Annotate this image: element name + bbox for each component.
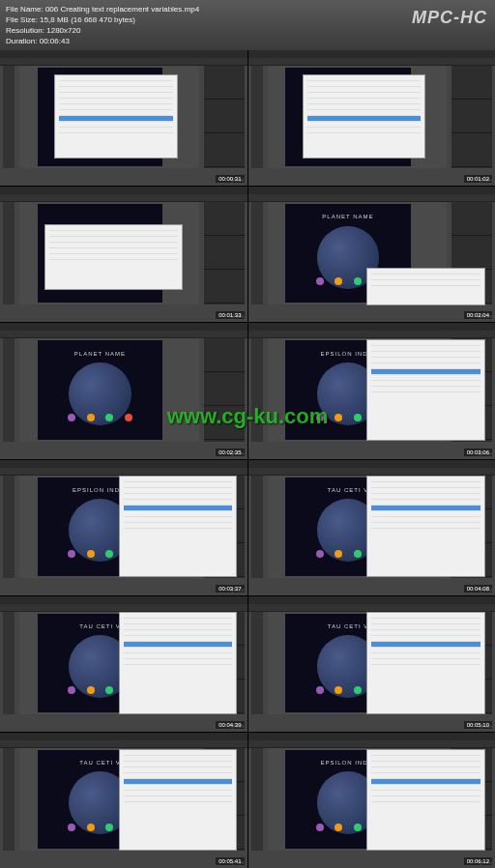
ps-tabbar [248, 604, 496, 612]
photoshop-frame: lynda [0, 187, 248, 322]
photoshop-frame: TAU CETI Vlynda [0, 733, 248, 868]
ps-tools-panel [251, 66, 263, 168]
file-size-line: File Size: 15,8 MB (16 668 470 bytes) [6, 14, 199, 25]
ps-tools-panel [251, 202, 263, 304]
ps-menubar [248, 50, 496, 58]
ps-tools-panel [3, 748, 15, 851]
photoshop-frame: TAU CETI Vlynda [248, 596, 496, 732]
ps-tabbar [0, 468, 248, 476]
ps-menubar [0, 733, 248, 740]
thumbnail-10[interactable]: TAU CETI Vlynda00:05:10 [248, 596, 496, 732]
ps-menubar [0, 460, 248, 468]
ps-menubar [0, 50, 248, 58]
ps-tools-panel [3, 476, 15, 578]
thumbnail-12[interactable]: EPSILON INDI Ilynda00:06:12 [248, 733, 496, 868]
photoshop-frame: TAU CETI Vlynda [0, 596, 248, 732]
dialog-window [366, 339, 485, 441]
dialog-window [119, 749, 238, 851]
thumbnail-grid: lynda00:00:31lynda00:01:02lynda00:01:33P… [0, 50, 495, 868]
dialog-window [366, 612, 485, 713]
photoshop-frame: EPSILON INDI Ilynda [248, 733, 496, 868]
ps-tabbar [248, 58, 496, 66]
ps-canvas: PLANET NAME [19, 338, 199, 441]
thumbnail-9[interactable]: TAU CETI Vlynda00:04:39 [0, 596, 248, 732]
timestamp: 00:03:37 [216, 585, 244, 593]
ps-tabbar [248, 740, 496, 748]
ps-right-panels [451, 66, 492, 168]
timestamp: 00:04:39 [216, 721, 244, 729]
header-bar: File Name: 006 Creating text replacement… [0, 0, 495, 50]
photoshop-frame: lynda [248, 50, 496, 186]
planet-title: PLANET NAME [298, 214, 398, 219]
thumbnail-4[interactable]: PLANET NAMElynda00:02:04 [248, 187, 496, 322]
thumbnail-6[interactable]: EPSILON INDI Ilynda00:03:06 [248, 323, 496, 458]
thumbnail-1[interactable]: lynda00:00:31 [0, 50, 248, 186]
ps-tools-panel [3, 202, 15, 304]
thumbnail-5[interactable]: PLANET NAMElynda00:02:35 [0, 323, 248, 458]
resolution-line: Resolution: 1280x720 [6, 25, 199, 36]
ps-tools-panel [251, 476, 263, 578]
photoshop-frame: EPSILON INDI Ilynda [248, 323, 496, 458]
ps-menubar [0, 323, 248, 331]
timestamp: 00:03:06 [464, 448, 492, 456]
ps-tabbar [0, 58, 248, 66]
planet-title: PLANET NAME [50, 351, 151, 357]
ps-tabbar [0, 194, 248, 202]
timestamp: 00:06:12 [464, 857, 492, 865]
timestamp: 00:02:04 [464, 311, 492, 319]
ps-menubar [248, 733, 496, 740]
thumbnail-8[interactable]: TAU CETI Vlynda00:04:08 [248, 460, 496, 595]
thumbnail-11[interactable]: TAU CETI Vlynda00:05:41 [0, 733, 248, 868]
timestamp: 00:02:35 [216, 448, 244, 456]
dialog-window [119, 476, 238, 577]
ps-tabbar [248, 468, 496, 476]
dialog-window [54, 74, 178, 159]
ps-menubar [248, 460, 496, 468]
file-info: File Name: 006 Creating text replacement… [6, 4, 199, 46]
ps-tools-panel [251, 612, 263, 714]
thumbnail-2[interactable]: lynda00:01:02 [248, 50, 496, 186]
ps-tabbar [0, 740, 248, 748]
color-dots [63, 414, 138, 421]
ps-tools-panel [251, 338, 263, 441]
file-name-line: File Name: 006 Creating text replacement… [6, 4, 199, 14]
ps-tabbar [0, 604, 248, 612]
thumbnail-7[interactable]: EPSILON INDI Ilynda00:03:37 [0, 460, 248, 595]
dialog-window [119, 612, 238, 713]
ps-tools-panel [3, 612, 15, 714]
timestamp: 00:00:31 [216, 175, 244, 183]
ps-menubar [0, 596, 248, 604]
thumbnail-3[interactable]: lynda00:01:33 [0, 187, 248, 322]
ps-right-panels [204, 66, 245, 168]
dialog-window [303, 74, 426, 159]
timestamp: 00:01:02 [464, 175, 492, 183]
ps-right-panels [204, 338, 245, 441]
duration-line: Duration: 00:06:43 [6, 36, 199, 46]
ps-tabbar [248, 194, 496, 202]
ps-tabbar [0, 331, 248, 338]
dialog-window [366, 749, 485, 851]
ps-tools-panel [3, 338, 15, 441]
photoshop-frame: EPSILON INDI Ilynda [0, 460, 248, 595]
timestamp: 00:01:33 [216, 311, 244, 319]
photoshop-frame: PLANET NAMElynda [248, 187, 496, 322]
ps-menubar [248, 187, 496, 194]
timestamp: 00:05:41 [216, 857, 244, 865]
document: PLANET NAME [38, 340, 163, 439]
timestamp: 00:05:10 [464, 721, 492, 729]
ps-menubar [0, 187, 248, 194]
ps-menubar [248, 323, 496, 331]
ps-tools-panel [3, 66, 15, 168]
photoshop-frame: TAU CETI Vlynda [248, 460, 496, 595]
timestamp: 00:04:08 [464, 585, 492, 593]
ps-menubar [248, 596, 496, 604]
dialog-window [366, 268, 485, 305]
photoshop-frame: PLANET NAMElynda [0, 323, 248, 458]
photoshop-frame: lynda [0, 50, 248, 186]
ps-right-panels [204, 202, 245, 304]
dialog-window [44, 224, 183, 289]
mpc-logo: MPC-HC [412, 8, 487, 28]
ps-tools-panel [251, 748, 263, 851]
ps-tabbar [248, 331, 496, 338]
dialog-window [366, 476, 485, 577]
